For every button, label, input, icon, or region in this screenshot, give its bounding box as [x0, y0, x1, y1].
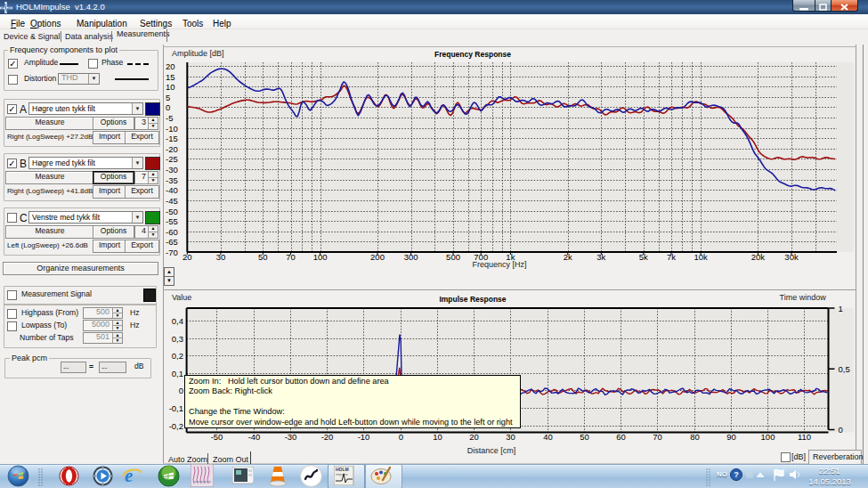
svg-text:-5: -5 — [166, 113, 173, 123]
svg-text:0,3: 0,3 — [172, 334, 183, 344]
svg-text:e: e — [125, 465, 133, 486]
svg-text:-20: -20 — [166, 144, 178, 154]
svg-text:-10: -10 — [358, 432, 370, 442]
svg-text:Distance [cm]: Distance [cm] — [467, 446, 516, 455]
svg-text:Value: Value — [172, 293, 191, 302]
svg-text:50: 50 — [258, 252, 268, 262]
svg-text:60: 60 — [616, 432, 626, 442]
svg-text:70: 70 — [653, 432, 662, 442]
svg-text:200: 200 — [370, 252, 385, 262]
svg-text:-25: -25 — [166, 154, 178, 164]
svg-text:1: 1 — [839, 304, 843, 313]
svg-text:70: 70 — [286, 252, 296, 262]
svg-text:-60: -60 — [166, 227, 178, 237]
svg-text:20: 20 — [183, 252, 192, 262]
svg-text:500: 500 — [446, 252, 460, 262]
svg-text:110: 110 — [798, 432, 811, 442]
svg-text:30k: 30k — [784, 252, 799, 262]
svg-text:2k: 2k — [564, 252, 572, 262]
svg-text:100: 100 — [313, 252, 328, 262]
svg-text:0: 0 — [839, 425, 843, 435]
svg-text:-40: -40 — [248, 432, 261, 442]
svg-text:90: 90 — [726, 432, 736, 442]
svg-text:0: 0 — [179, 386, 183, 395]
svg-text:-0,2: -0,2 — [169, 421, 183, 431]
svg-text:-30: -30 — [285, 432, 297, 442]
svg-text:-10: -10 — [166, 124, 178, 134]
svg-text:20k: 20k — [751, 252, 766, 262]
svg-text:300: 300 — [404, 252, 418, 262]
svg-text:impulse: impulse — [336, 472, 349, 476]
svg-text:-55: -55 — [166, 216, 178, 226]
svg-text:5k: 5k — [639, 252, 648, 262]
svg-text:0,4: 0,4 — [172, 316, 183, 326]
svg-text:-70: -70 — [166, 248, 178, 257]
svg-text:0,2: 0,2 — [172, 351, 183, 361]
svg-text:Amplitude [dB]: Amplitude [dB] — [172, 49, 224, 58]
svg-text:Time window: Time window — [780, 293, 827, 302]
svg-text:-50: -50 — [211, 432, 223, 442]
svg-text:-65: -65 — [166, 237, 178, 247]
svg-text:0: 0 — [166, 102, 170, 112]
svg-text:100: 100 — [761, 432, 775, 442]
svg-text:Frequency [Hz]: Frequency [Hz] — [472, 260, 526, 269]
svg-text:10k: 10k — [694, 252, 708, 262]
svg-text:30: 30 — [216, 252, 226, 262]
svg-text:0,1: 0,1 — [172, 369, 183, 378]
svg-text:-20: -20 — [321, 432, 334, 442]
svg-text:-0,1: -0,1 — [169, 403, 183, 413]
svg-text:50: 50 — [580, 432, 589, 442]
svg-text:15: 15 — [166, 72, 175, 82]
svg-text:80: 80 — [690, 432, 700, 442]
svg-text:0: 0 — [399, 432, 403, 442]
svg-text:-30: -30 — [166, 165, 178, 175]
svg-text:Impulse Response: Impulse Response — [439, 295, 506, 304]
svg-text:20: 20 — [469, 432, 479, 442]
svg-text:-45: -45 — [166, 196, 178, 206]
svg-text:10: 10 — [166, 82, 175, 92]
svg-text:-40: -40 — [166, 185, 178, 195]
svg-text:-50: -50 — [166, 207, 178, 216]
svg-text:?: ? — [734, 470, 739, 479]
svg-text:40: 40 — [543, 432, 553, 442]
svg-text:5: 5 — [166, 93, 170, 102]
svg-text:30: 30 — [506, 432, 515, 442]
svg-text:20: 20 — [166, 61, 175, 71]
svg-text:-35: -35 — [166, 175, 178, 185]
svg-text:0,5: 0,5 — [839, 364, 850, 374]
svg-text:3k: 3k — [596, 252, 605, 262]
svg-text:7k: 7k — [667, 252, 676, 262]
svg-text:10: 10 — [433, 432, 442, 442]
svg-text:-15: -15 — [166, 134, 178, 143]
svg-text:Frequency Response: Frequency Response — [434, 50, 511, 59]
